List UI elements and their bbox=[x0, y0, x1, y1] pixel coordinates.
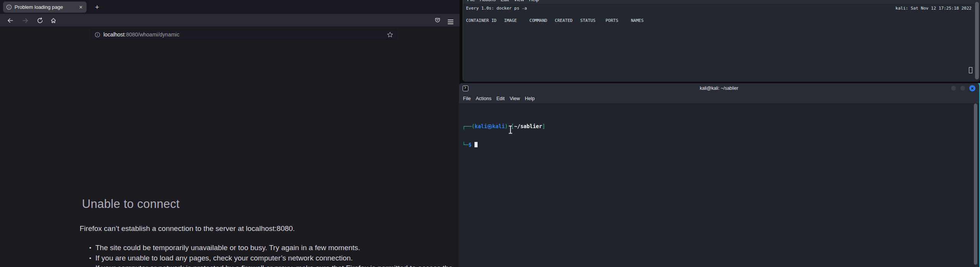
shell-prompt-area[interactable]: ┌──(kali㉿kali)-[~/sablier] └─$ bbox=[462, 111, 545, 160]
url-path: :8080/whoami/dynamic bbox=[124, 31, 179, 38]
scrollbar[interactable] bbox=[974, 104, 977, 265]
maximize-button[interactable] bbox=[960, 86, 965, 91]
prompt-line-2: └─$ bbox=[462, 142, 545, 148]
terminal-menubar: File Actions Edit View Help bbox=[459, 93, 979, 104]
url-bar[interactable]: localhost:8080/whoami/dynamic bbox=[91, 30, 397, 40]
tab-problem-loading-page[interactable]: Problem loading page ✕ bbox=[3, 2, 87, 13]
scrollbar[interactable] bbox=[975, 2, 979, 79]
url-domain: localhost bbox=[103, 31, 124, 38]
error-bullet: If you are unable to load any pages, che… bbox=[89, 253, 453, 264]
site-info-icon[interactable] bbox=[95, 32, 100, 38]
watch-output: Every 1.0s: docker ps -a kali: Sat Nov 1… bbox=[466, 5, 972, 24]
menu-hamburger-icon[interactable] bbox=[448, 18, 453, 25]
watch-docker-terminal: File Actions Edit View Help Every 1.0s: … bbox=[463, 0, 980, 82]
firefox-window: Problem loading page ✕ + localhost:8080/… bbox=[0, 0, 460, 267]
prompt-frame-line2: └─ bbox=[462, 142, 468, 148]
tab-title: Problem loading page bbox=[15, 4, 78, 10]
menu-file[interactable]: File bbox=[467, 0, 475, 4]
watch-host-timestamp: kali: Sat Nov 12 17:25:18 2022 bbox=[895, 5, 972, 12]
menu-edit[interactable]: Edit bbox=[496, 96, 505, 101]
bookmark-star-icon[interactable] bbox=[387, 31, 393, 38]
watch-interval-command: Every 1.0s: docker ps -a bbox=[466, 5, 527, 12]
menu-actions[interactable]: Actions bbox=[476, 96, 491, 101]
error-bullet: The site could be temporarily unavailabl… bbox=[89, 243, 453, 253]
tab-bar: Problem loading page ✕ + bbox=[0, 0, 460, 14]
prompt-frame-open: ┌──( bbox=[462, 123, 475, 129]
reload-icon[interactable] bbox=[37, 17, 43, 24]
window-controls: ✕ bbox=[951, 85, 975, 91]
info-icon bbox=[6, 4, 12, 10]
menu-help[interactable]: Help bbox=[525, 96, 535, 101]
prompt-symbol: $ bbox=[468, 142, 471, 148]
qterminal-window-sablier: kali@kali: ~/sablier ✕ File Actions Edit… bbox=[459, 83, 980, 267]
close-button[interactable]: ✕ bbox=[969, 85, 975, 91]
pocket-icon[interactable] bbox=[434, 17, 441, 23]
forward-icon[interactable] bbox=[22, 17, 29, 24]
window-titlebar[interactable]: kali@kali: ~/sablier ✕ bbox=[459, 83, 979, 93]
url-text: localhost:8080/whoami/dynamic bbox=[103, 31, 387, 38]
terminal-menubar-clipped: File Actions Edit View Help bbox=[463, 0, 980, 4]
menu-view[interactable]: View bbox=[510, 96, 520, 101]
error-suggestions-list: The site could be temporarily unavailabl… bbox=[89, 243, 453, 267]
terminal-cursor-unfocused bbox=[969, 67, 972, 73]
error-description: Firefox can’t establish a connection to … bbox=[80, 224, 295, 233]
menu-help[interactable]: Help bbox=[529, 0, 539, 4]
error-bullet: If your computer or network is protected… bbox=[89, 263, 453, 267]
prompt-frame-close: ] bbox=[542, 123, 545, 129]
navigation-toolbar: localhost:8080/whoami/dynamic bbox=[0, 14, 460, 27]
mouse-ibeam-cursor bbox=[508, 125, 513, 134]
new-tab-button[interactable]: + bbox=[92, 3, 102, 12]
terminal-cursor bbox=[474, 142, 478, 147]
prompt-path: ~/sablier bbox=[514, 123, 542, 129]
menu-actions[interactable]: Actions bbox=[480, 0, 496, 4]
window-title: kali@kali: ~/sablier bbox=[459, 86, 979, 91]
prompt-line-1: ┌──(kali㉿kali)-[~/sablier] bbox=[462, 123, 545, 129]
minimize-button[interactable] bbox=[951, 86, 956, 91]
home-icon[interactable] bbox=[50, 17, 57, 24]
menu-edit[interactable]: Edit bbox=[501, 0, 509, 4]
menu-view[interactable]: View bbox=[514, 0, 524, 4]
error-title: Unable to connect bbox=[82, 197, 180, 211]
menu-file[interactable]: File bbox=[463, 96, 471, 101]
docker-ps-header: CONTAINER ID IMAGE COMMAND CREATED STATU… bbox=[466, 18, 972, 24]
prompt-user-host: kali㉿kali bbox=[475, 123, 505, 129]
tab-close-icon[interactable]: ✕ bbox=[78, 5, 83, 10]
back-icon[interactable] bbox=[7, 17, 13, 24]
